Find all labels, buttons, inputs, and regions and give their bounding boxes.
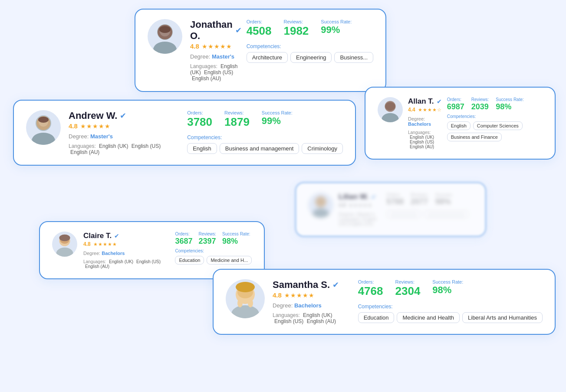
allan-rating: 4.4 (408, 107, 415, 113)
svg-point-14 (382, 113, 399, 122)
avatar-andrew (26, 110, 61, 145)
samantha-name: Samantha S. (273, 279, 330, 291)
svg-point-23 (236, 282, 255, 292)
allan-degree-row: Degree: Bachelors (408, 116, 442, 127)
comp-tag: English (187, 143, 217, 154)
comp-tag: Architecture (247, 52, 288, 63)
card-samantha: Samantha S. ✔ 4.8 ★★★★★ Degree: Bachelor… (213, 269, 556, 335)
claire-verified-icon: ✔ (114, 232, 119, 239)
allan-degree: Bachelors (408, 121, 431, 127)
jonathan-stars: ★★★★★ (202, 43, 232, 50)
samantha-verified-icon: ✔ (332, 280, 339, 290)
samantha-orders: Orders: 4768 (358, 279, 383, 297)
jonathan-name: Jonathan O. (190, 19, 233, 42)
svg-point-19 (59, 235, 70, 241)
jonathan-success: Success Rate: 99% (321, 19, 352, 36)
samantha-info: Samantha S. ✔ 4.8 ★★★★★ Degree: Bachelor… (273, 279, 350, 324)
comp-tag: Education (358, 312, 395, 323)
samantha-competencies: Competencies: Education Medicine and Hea… (358, 304, 543, 323)
avatar-samantha (226, 279, 265, 318)
lilian-verified-icon: ✔ (371, 193, 376, 200)
jonathan-rating: 4.8 (190, 42, 199, 50)
andrew-stats-section: Orders: 3780 Reviews: 1879 Success Rate:… (187, 110, 343, 154)
samantha-rating: 4.8 (273, 291, 282, 299)
andrew-reviews: Reviews: 1879 (224, 110, 250, 127)
andrew-rating: 4.8 (69, 122, 78, 130)
allan-languages: Languages: English (UK) English (US) Eng… (408, 130, 442, 149)
card-jonathan: Jonathan O. ✔ 4.8 ★★★★★ Degree: Master's… (135, 9, 386, 92)
andrew-success: Success Rate: 99% (262, 110, 293, 127)
allan-stats-section: Orders: 6987 Reviews: 2039 Success Rate:… (447, 97, 543, 141)
allan-verified-icon: ✔ (437, 98, 442, 105)
card-allan: Allan T. ✔ 4.4 ★★★★☆ Degree: Bachelors L… (365, 87, 556, 160)
svg-point-5 (154, 42, 176, 54)
samantha-languages: Languages: English (UK) English (US) Eng… (273, 312, 350, 324)
allan-name: Allan T. (408, 97, 434, 106)
svg-point-25 (237, 299, 243, 307)
comp-tag: Business and management (220, 143, 299, 154)
claire-stars: ★★★★★ (93, 242, 117, 247)
lilian-stars: ★★★★★ (349, 203, 372, 208)
jonathan-stats-section: Orders: 4508 Reviews: 1982 Success Rate:… (247, 19, 373, 63)
comp-tag: Criminology (302, 143, 343, 154)
avatar-lilian (308, 193, 333, 218)
andrew-competencies: Competencies: English Business and manag… (187, 134, 343, 154)
claire-name: Claire T. (83, 232, 112, 240)
claire-languages: Languages: English (UK) English (US) Eng… (83, 259, 169, 269)
jonathan-orders: Orders: 4508 (247, 19, 272, 36)
svg-point-24 (231, 305, 259, 318)
comp-tag: Business... (334, 52, 373, 63)
claire-stats-section: Orders: 3687 Reviews: 2397 Success Rate:… (175, 232, 252, 265)
andrew-verified-icon: ✔ (120, 111, 126, 121)
svg-point-15 (315, 196, 326, 207)
claire-rating: 4.8 (83, 241, 91, 247)
jonathan-reviews: Reviews: 1982 (283, 19, 309, 36)
andrew-degree-row: Degree: Master's (69, 133, 179, 140)
svg-point-26 (248, 299, 253, 307)
andrew-degree: Master's (90, 133, 113, 140)
andrew-info: Andrew W. ✔ 4.8 ★★★★★ Degree: Master's L… (69, 110, 179, 155)
comp-tag: Medicine and H... (207, 256, 252, 265)
avatar-allan (378, 97, 403, 122)
samantha-degree: Degree: Bachelors (273, 302, 350, 309)
lilian-name: Lilian W. (339, 193, 369, 201)
samantha-stars: ★★★★★ (284, 292, 315, 299)
jonathan-degree-row: Degree: Master's (190, 53, 239, 60)
allan-stars: ★★★★☆ (418, 107, 442, 113)
svg-point-20 (56, 248, 73, 257)
svg-point-13 (385, 102, 395, 111)
andrew-name: Andrew W. (69, 110, 117, 121)
samantha-stats-section: Orders: 4768 Reviews: 2304 Success Rate:… (358, 279, 543, 323)
jonathan-info: Jonathan O. ✔ 4.8 ★★★★★ Degree: Master's… (190, 19, 239, 82)
andrew-orders: Orders: 3780 (187, 110, 212, 127)
lilian-stats: Orders: 5788 Reviews: 2077 Success: 98% … (386, 193, 473, 219)
jonathan-languages: Languages: English (UK) English (US) Eng… (190, 63, 239, 82)
claire-info: Claire T. ✔ 4.8 ★★★★★ Degree: Bachelors … (83, 232, 169, 269)
comp-tag: Engineering (290, 52, 332, 63)
comp-tag: English (447, 121, 471, 130)
svg-point-16 (313, 209, 329, 218)
svg-point-11 (32, 133, 55, 145)
comp-tag: Education (175, 256, 204, 265)
samantha-reviews: Reviews: 2304 (395, 279, 421, 297)
comp-tag: Medicine and Health (397, 312, 460, 323)
card-andrew: Andrew W. ✔ 4.8 ★★★★★ Degree: Master's L… (13, 100, 356, 166)
andrew-stars: ★★★★★ (80, 123, 111, 130)
jonathan-verified-icon: ✔ (235, 26, 242, 35)
comp-tag: Computer Sciences (473, 121, 523, 130)
claire-degree: Degree: Bachelors (83, 251, 169, 256)
lilian-languages: Languages: English (UK) English (US) (339, 217, 381, 226)
card-lilian: Lilian W. ✔ 4.8 ★★★★★ Degree: Master's L… (295, 182, 486, 237)
lilian-degree: Degree: Master's (339, 212, 381, 217)
lilian-rating: 4.8 (339, 202, 346, 208)
avatar-jonathan (148, 19, 182, 54)
samantha-success: Success Rate: 98% (432, 279, 463, 297)
svg-point-4 (159, 26, 171, 33)
svg-point-10 (38, 117, 49, 123)
comp-tag: Liberal Arts and Humanities (462, 312, 543, 323)
jonathan-degree: Master's (212, 53, 234, 60)
avatar-claire (52, 232, 77, 257)
comp-tag: Business and Finance (447, 133, 502, 141)
andrew-languages: Languages: English (UK) English (US) Eng… (69, 143, 179, 155)
jonathan-competencies: Competencies: Architecture Engineering B… (247, 43, 373, 63)
